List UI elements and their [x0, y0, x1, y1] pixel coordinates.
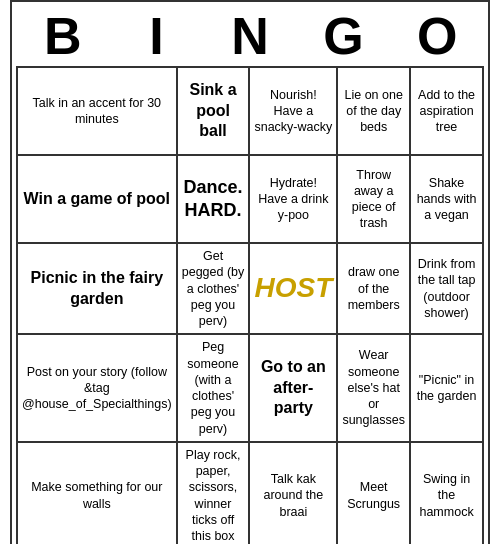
bingo-cell-3: Lie on one of the day beds [338, 68, 411, 156]
bingo-cell-20: Make something for our walls [18, 443, 178, 544]
bingo-cell-6: Dance. HARD. [178, 156, 251, 244]
bingo-cell-22: Talk kak around the braai [250, 443, 338, 544]
bingo-cell-0: Talk in an accent for 30 minutes [18, 68, 178, 156]
bingo-cell-8: Throw away a piece of trash [338, 156, 411, 244]
bingo-letter-i: I [112, 10, 200, 62]
bingo-cell-15: Post on your story (follow &tag @house_o… [18, 335, 178, 443]
bingo-cell-1: Sink a pool ball [178, 68, 251, 156]
bingo-cell-7: Hydrate! Have a drink y-poo [250, 156, 338, 244]
bingo-letter-n: N [206, 10, 294, 62]
bingo-cell-14: Drink from the tall tap (outdoor shower) [411, 244, 484, 335]
bingo-cell-5: Win a game of pool [18, 156, 178, 244]
bingo-cell-11: Get pegged (by a clothes' peg you perv) [178, 244, 251, 335]
bingo-header: BINGO [16, 6, 484, 66]
bingo-cell-19: "Picnic" in the garden [411, 335, 484, 443]
bingo-cell-10: Picnic in the fairy garden [18, 244, 178, 335]
bingo-cell-21: Play rock, paper, scissors, winner ticks… [178, 443, 251, 544]
bingo-letter-b: B [19, 10, 107, 62]
bingo-cell-13: draw one of the members [338, 244, 411, 335]
bingo-cell-17: Go to an after-party [250, 335, 338, 443]
bingo-cell-16: Peg someone (with a clothes' peg you per… [178, 335, 251, 443]
bingo-cell-12: HOST [250, 244, 338, 335]
bingo-cell-24: Swing in the hammock [411, 443, 484, 544]
bingo-cell-4: Add to the aspiration tree [411, 68, 484, 156]
bingo-cell-23: Meet Scrungus [338, 443, 411, 544]
bingo-card: BINGO Talk in an accent for 30 minutesSi… [10, 0, 490, 544]
bingo-grid: Talk in an accent for 30 minutesSink a p… [16, 66, 484, 544]
bingo-letter-o: O [393, 10, 481, 62]
bingo-letter-g: G [300, 10, 388, 62]
bingo-cell-2: Nourish! Have a snacky-wacky [250, 68, 338, 156]
bingo-cell-9: Shake hands with a vegan [411, 156, 484, 244]
bingo-cell-18: Wear someone else's hat or sunglasses [338, 335, 411, 443]
